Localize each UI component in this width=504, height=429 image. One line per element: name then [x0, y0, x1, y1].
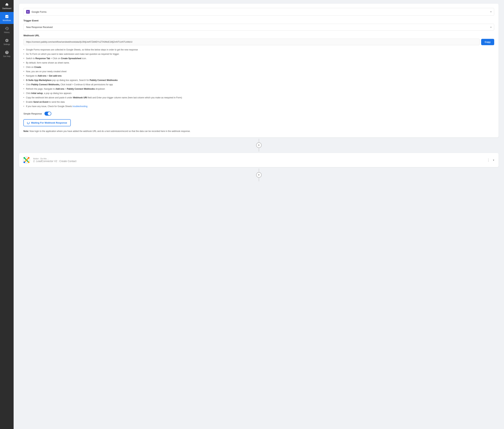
instruction-1: Google Forms responses are collected in … [23, 48, 494, 51]
action-expand-button[interactable]: ▾ [492, 158, 495, 162]
add-step-button-1[interactable]: + [256, 143, 262, 148]
note-label: Note: [23, 130, 29, 133]
history-icon [5, 27, 9, 30]
instruction-4: By default, form name shown as sheet nam… [23, 61, 494, 64]
app-select-wrapper: G Google Forms ▾ [23, 8, 494, 16]
svg-point-5 [23, 161, 25, 163]
instruction-6: Now, you are on your newly created sheet [23, 70, 494, 73]
sidebar-item-dashboard[interactable]: Dashboard [0, 0, 14, 12]
action-menu-button[interactable]: ⋮ [486, 157, 491, 163]
instruction-11: Click Intial setup, a pop up dialog box … [23, 92, 494, 95]
action-controls: ⋮ ▾ [486, 157, 495, 163]
action-card: Action : Do this ... 2. LeadConnector V2… [19, 153, 499, 167]
instruction-5: Click on Create. [23, 65, 494, 69]
svg-point-6 [28, 161, 30, 163]
add-step-button-2[interactable]: + [256, 172, 262, 178]
copy-button[interactable]: Copy [481, 39, 494, 45]
simple-response-label: Simple Response [23, 112, 42, 115]
trigger-card: G Google Forms ▾ Trigger Event New Respo… [19, 4, 499, 137]
home-icon [5, 2, 9, 7]
gear-icon [5, 38, 9, 43]
instruction-8: G Suite App Marketplace pop up dialog bo… [23, 79, 494, 82]
sidebar-label-get-help: Get Help [3, 55, 10, 57]
instruction-9: Click Pabbly Connect Webhooks, Click Ins… [23, 83, 494, 86]
simple-response-toggle[interactable] [44, 112, 51, 116]
trigger-event-value: New Response Received [26, 26, 53, 28]
sidebar-label-history: History [4, 31, 10, 33]
troubleshooting-link[interactable]: troubleshooting [72, 105, 88, 107]
connector-2: + [19, 167, 499, 183]
instruction-2: Go To Form on which you want to take sub… [23, 53, 494, 56]
note-body: Now login to the application where you h… [30, 130, 191, 133]
workflows-icon [5, 15, 9, 18]
leadconnector-icon [23, 156, 30, 164]
action-title: 2. LeadConnector V2 : Create Contact [33, 160, 483, 163]
connector-line-2-bottom [259, 178, 259, 181]
connector-1: + [19, 137, 499, 153]
google-forms-icon: G [26, 10, 30, 14]
help-icon [5, 50, 9, 54]
spinner-icon [27, 122, 30, 124]
svg-point-3 [23, 157, 25, 159]
waiting-webhook-button[interactable]: Waiting For Webhook Response [23, 119, 71, 126]
action-info: Action : Do this ... 2. LeadConnector V2… [33, 158, 483, 163]
main-content: G Google Forms ▾ Trigger Event New Respo… [14, 0, 504, 429]
sidebar: Dashboard Workflows History Settings Get… [0, 0, 14, 429]
connector-line-2-top [259, 169, 259, 172]
trigger-event-select-wrapper: New Response Received ▾ [23, 24, 494, 30]
app-select-label: Google Forms [32, 10, 46, 13]
sidebar-item-history[interactable]: History [0, 24, 14, 36]
simple-response-row: Simple Response [23, 112, 494, 116]
instruction-13: Enable Send on Event to send the data [23, 100, 494, 104]
trigger-event-label: Trigger Event [23, 19, 494, 22]
webhook-url-row: Copy [23, 39, 494, 45]
sidebar-label-settings: Settings [3, 43, 10, 45]
action-title-detail: Create Contact [59, 160, 76, 163]
webhook-url-label: Webhook URL [23, 34, 494, 37]
instruction-7: Navigate to Add-ons > Get add-ons [23, 74, 494, 78]
action-title-main: 2. LeadConnector V2 : [33, 160, 59, 163]
instruction-12: Copy the webhook link above and paste it… [23, 96, 494, 99]
trigger-event-chevron-icon: ▾ [490, 26, 492, 28]
sidebar-label-workflows: Workflows [3, 19, 11, 21]
svg-point-4 [28, 157, 30, 159]
instruction-10: Refresh the page, Navigate to Add-ons > … [23, 87, 494, 90]
sidebar-item-settings[interactable]: Settings [0, 36, 14, 48]
note-paragraph: Note: Now login to the application where… [23, 130, 494, 133]
sidebar-item-get-help[interactable]: Get Help [0, 48, 14, 60]
connector-line-bottom [259, 148, 259, 152]
app-chevron-icon: ▾ [490, 10, 492, 13]
webhook-url-input[interactable] [23, 39, 480, 45]
sidebar-label-dashboard: Dashboard [2, 8, 11, 9]
instruction-3: Switch to Response Tab > Click on Create… [23, 57, 494, 60]
sidebar-item-workflows[interactable]: Workflows [0, 12, 14, 24]
app-select[interactable]: G Google Forms ▾ [23, 8, 494, 16]
instruction-14: If you have any issue, Check for Google … [23, 105, 494, 108]
connector-line-top [259, 139, 259, 143]
instructions-list: Google Forms responses are collected in … [23, 48, 494, 108]
waiting-btn-label: Waiting For Webhook Response [31, 121, 67, 124]
action-subtitle: Action : Do this ... [33, 158, 483, 160]
trigger-event-select[interactable]: New Response Received ▾ [23, 24, 494, 30]
